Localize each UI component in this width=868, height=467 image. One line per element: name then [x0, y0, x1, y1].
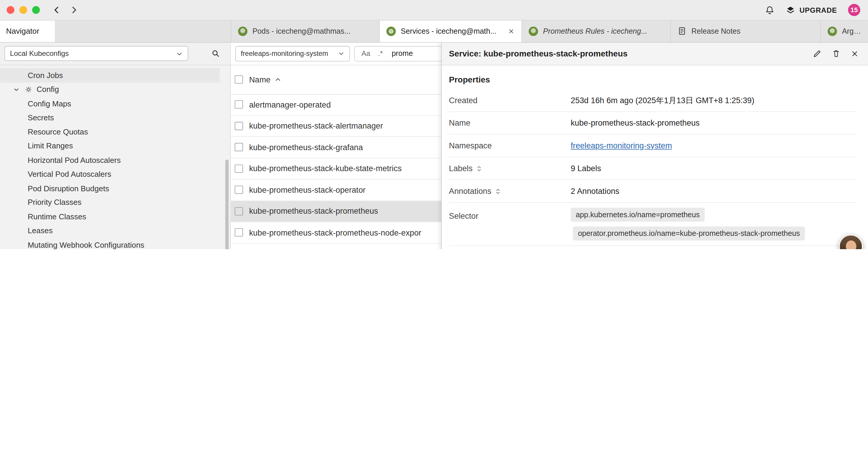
detail-label: Selector	[449, 203, 571, 221]
sidebar-item-runtime-classes[interactable]: Runtime Classes	[0, 209, 220, 224]
forward-button[interactable]	[68, 5, 79, 15]
window-controls	[6, 6, 39, 14]
service-name: kube-prometheus-stack-alertmanager	[249, 121, 383, 130]
sidebar-item-limit-ranges[interactable]: Limit Ranges	[0, 139, 220, 153]
minimize-window-button[interactable]	[20, 6, 27, 14]
navigator-tab-area: Navigator	[0, 20, 231, 42]
sidebar-item-label: Vertical Pod Autoscalers	[28, 170, 112, 178]
back-button[interactable]	[52, 5, 62, 15]
kubernetes-icon: ☸	[529, 26, 538, 36]
close-window-button[interactable]	[6, 6, 14, 14]
sidebar-item-mutating-webhook-configurations[interactable]: Mutating Webhook Configurations	[0, 238, 220, 249]
avatar-face	[846, 240, 857, 249]
notification-count-badge[interactable]: 15	[848, 4, 860, 16]
notifications-bell-icon[interactable]	[765, 5, 775, 15]
service-name: kube-prometheus-stack-kube-state-metrics	[249, 164, 402, 173]
upgrade-icon	[785, 5, 796, 15]
sidebar-item-vertical-pod-autoscalers[interactable]: Vertical Pod Autoscalers	[0, 167, 220, 181]
detail-label: Annotations	[449, 187, 571, 196]
select-all-checkbox[interactable]	[235, 76, 243, 84]
sidebar-item-label: Horizontal Pod Autoscalers	[28, 155, 121, 164]
tab-navigator[interactable]: Navigator	[0, 20, 55, 42]
sidebar-item-horizontal-pod-autoscalers[interactable]: Horizontal Pod Autoscalers	[0, 153, 220, 167]
drawer-header: Service: kube-prometheus-stack-prometheu…	[442, 42, 868, 65]
service-name: kube-prometheus-stack-prometheus-node-ex…	[249, 228, 421, 237]
tab-prometheus-rules-icecheng[interactable]: ☸Prometheus Rules - icecheng...	[522, 20, 671, 42]
regex-toggle[interactable]: .*	[378, 49, 383, 58]
sort-caret-up-icon	[275, 76, 281, 83]
sort-toggle-icon[interactable]	[495, 187, 501, 195]
name-column-header[interactable]: Name	[249, 75, 281, 84]
sidebar-item-label: Cron Jobs	[28, 71, 63, 80]
chevron-down-icon	[13, 86, 24, 92]
kubernetes-icon: ☸	[828, 26, 837, 36]
row-checkbox[interactable]	[235, 207, 243, 215]
detail-label: Labels	[449, 164, 571, 173]
tab-label: Release Notes	[691, 27, 740, 35]
gear-icon	[24, 85, 36, 93]
tab-services-icecheng-math[interactable]: ☸Services - icecheng@math...	[380, 20, 522, 42]
namespace-selector-value: freeleaps-monitoring-system	[241, 50, 328, 57]
close-tab-icon[interactable]	[507, 28, 515, 35]
edit-pencil-icon[interactable]	[813, 49, 822, 58]
navigator-sidebar: Local Kubeconfigs Cron JobsConfigConfig …	[0, 42, 231, 249]
sidebar-item-priority-classes[interactable]: Priority Classes	[0, 195, 220, 209]
service-name: kube-prometheus-stack-grafana	[249, 143, 363, 152]
tab-pods-icecheng-mathmas[interactable]: ☸Pods - icecheng@mathmas...	[231, 20, 380, 42]
sidebar-item-secrets[interactable]: Secrets	[0, 111, 220, 125]
zoom-window-button[interactable]	[32, 6, 40, 14]
app-window: UPGRADE 15 Navigator ☸Pods - icecheng@ma…	[0, 0, 868, 249]
tab-argo-se[interactable]: ☸Argo Se	[821, 20, 868, 42]
sidebar-item-label: Priority Classes	[28, 198, 82, 207]
sidebar-item-label: Mutating Webhook Configurations	[28, 240, 145, 249]
chevron-down-icon	[176, 50, 183, 57]
tab-release-notes[interactable]: Release Notes	[671, 20, 821, 42]
match-case-toggle[interactable]: Aa	[362, 49, 370, 58]
upgrade-label: UPGRADE	[800, 6, 837, 14]
upgrade-button[interactable]: UPGRADE	[785, 5, 837, 15]
sidebar-item-label: Config Maps	[28, 99, 71, 108]
doc-icon	[677, 27, 686, 35]
kubeconfig-selector[interactable]: Local Kubeconfigs	[4, 46, 188, 61]
row-checkbox[interactable]	[235, 100, 243, 109]
tab-label: Services - icecheng@math...	[401, 27, 497, 35]
sidebar-scrollbar[interactable]	[225, 159, 229, 249]
sidebar-item-label: Resource Quotas	[28, 127, 88, 136]
row-checkbox[interactable]	[235, 143, 243, 151]
detail-label: Name	[449, 119, 571, 127]
section-heading-properties: Properties	[449, 75, 857, 84]
detail-row-namespace: Namespacefreeleaps-monitoring-system	[449, 135, 857, 157]
tab-label: Argo Se	[842, 27, 862, 35]
detail-label: Created	[449, 96, 571, 105]
kubeconfig-selector-value: Local Kubeconfigs	[10, 49, 69, 58]
detail-row-selector: Selectorapp.kubernetes.io/name=prometheu…	[449, 203, 857, 246]
sidebar-item-config[interactable]: Config	[0, 82, 220, 96]
sidebar-search-icon[interactable]	[211, 49, 220, 58]
drawer-actions	[813, 49, 859, 58]
row-checkbox[interactable]	[235, 164, 243, 173]
row-checkbox[interactable]	[235, 122, 243, 130]
kubernetes-icon: ☸	[386, 27, 396, 36]
sidebar-item-pod-disruption-budgets[interactable]: Pod Disruption Budgets	[0, 181, 220, 195]
sort-toggle-icon[interactable]	[476, 165, 482, 172]
sidebar-item-resource-quotas[interactable]: Resource Quotas	[0, 125, 220, 139]
sidebar-item-cron-jobs[interactable]: Cron Jobs	[0, 68, 220, 83]
drawer-title: Service: kube-prometheus-stack-prometheu…	[449, 49, 627, 58]
kubernetes-icon: ☸	[238, 26, 248, 36]
row-checkbox[interactable]	[235, 229, 243, 237]
sidebar-item-config-maps[interactable]: Config Maps	[0, 96, 220, 111]
titlebar-right: UPGRADE 15	[765, 4, 860, 16]
close-drawer-icon[interactable]	[850, 49, 859, 58]
tab-label: Pods - icecheng@mathmas...	[252, 27, 350, 35]
app-tabs: ☸Pods - icecheng@mathmas...☸Services - i…	[231, 20, 868, 42]
tab-strip: Navigator ☸Pods - icecheng@mathmas...☸Se…	[0, 20, 868, 42]
namespace-selector[interactable]: freeleaps-monitoring-system	[235, 46, 350, 61]
delete-trash-icon[interactable]	[831, 49, 841, 58]
sidebar-item-leases[interactable]: Leases	[0, 224, 220, 238]
namespace-link[interactable]: freeleaps-monitoring-system	[571, 141, 672, 150]
sidebar-item-label: Leases	[28, 226, 53, 235]
value-chip: operator.prometheus.io/name=kube-prometh…	[573, 227, 805, 241]
detail-row-name: Namekube-prometheus-stack-prometheus	[449, 112, 857, 135]
service-name: alertmanager-operated	[249, 100, 331, 109]
row-checkbox[interactable]	[235, 185, 243, 194]
